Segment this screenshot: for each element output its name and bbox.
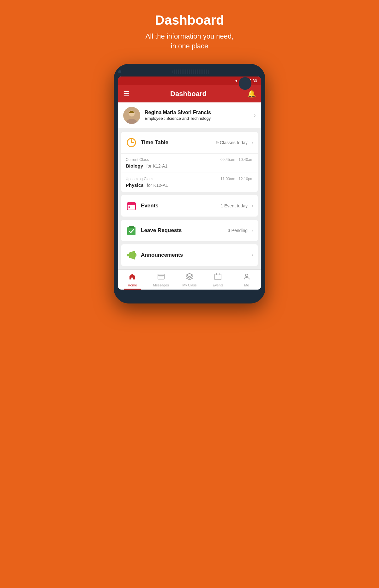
leave-requests-subtitle: 3 Pending (228, 228, 248, 233)
upcoming-class-row[interactable]: Upcoming Class 11:00am - 12.10pm Physics… (121, 173, 258, 192)
events-nav-icon (214, 273, 222, 282)
nav-item-messages[interactable]: Messages (147, 270, 175, 290)
nav-item-events[interactable]: Events (204, 270, 232, 290)
bottom-nav: Home Messages (118, 269, 261, 290)
content-area: Time Table 9 Classes today › Current Cla… (118, 129, 261, 269)
current-class-subject: Biology (126, 163, 143, 168)
svg-rect-19 (215, 274, 221, 280)
me-icon (243, 273, 250, 282)
app-title: Dashboard (170, 90, 207, 98)
nav-item-home[interactable]: Home (118, 270, 147, 290)
events-header[interactable]: Events 1 Event today › (121, 195, 258, 217)
timetable-header[interactable]: Time Table 9 Classes today › (121, 132, 258, 153)
profile-card[interactable]: Regina Maria Sivori Francis Employee : S… (118, 102, 261, 129)
announcements-chevron-icon: › (251, 252, 253, 258)
announcements-icon (126, 249, 137, 261)
svg-marker-14 (129, 251, 135, 260)
current-class-group: for K12-A1 (146, 163, 167, 168)
events-card[interactable]: Events 1 Event today › (121, 195, 258, 217)
page-background-header: Dashboard All the information you need, … (146, 13, 234, 51)
phone-screen: ▾ ◀ ▮ 12:30 ☰ Dashboard 🔔 (118, 77, 261, 290)
messages-icon (157, 273, 165, 282)
svg-rect-11 (129, 206, 130, 208)
nav-label-events: Events (213, 283, 224, 287)
home-icon (129, 273, 136, 282)
leave-requests-header[interactable]: Leave Requests 3 Pending › (121, 220, 258, 241)
bell-icon[interactable]: 🔔 (247, 90, 256, 98)
speaker-grille (172, 70, 210, 74)
announcements-header[interactable]: Announcements › (121, 244, 258, 266)
nav-label-me: Me (244, 283, 249, 287)
timetable-title: Time Table (141, 139, 212, 146)
svg-rect-9 (129, 202, 130, 204)
clock-icon (126, 137, 137, 148)
svg-rect-12 (127, 227, 135, 235)
camera-dot-left (118, 70, 121, 73)
announcements-title: Announcements (141, 252, 248, 258)
announcements-card[interactable]: Announcements › (121, 244, 258, 266)
upcoming-class-subject: Physics (126, 182, 144, 188)
leave-icon (126, 225, 137, 236)
events-title: Events (141, 203, 217, 209)
nav-item-me[interactable]: Me (232, 270, 261, 290)
calendar-icon (126, 200, 137, 211)
profile-role: Employee : Science and Technology (145, 116, 249, 121)
wifi-icon: ▾ (235, 78, 238, 83)
current-class-label: Current Class (126, 157, 149, 162)
svg-rect-13 (127, 254, 129, 256)
profile-chevron-icon: › (254, 112, 256, 119)
timetable-chevron-icon: › (251, 139, 253, 146)
timetable-subtitle: 9 Classes today (216, 140, 248, 145)
upcoming-class-subject-line: Physics for K12-A1 (126, 182, 253, 188)
nav-label-myclass: My Class (182, 283, 196, 287)
events-chevron-icon: › (251, 202, 253, 209)
leave-requests-card[interactable]: Leave Requests 3 Pending › (121, 220, 258, 241)
current-class-time: 09:45am - 10.40am (220, 157, 253, 162)
phone-frame: ▾ ◀ ▮ 12:30 ☰ Dashboard 🔔 (114, 64, 265, 303)
upcoming-class-group: for K12-A1 (147, 183, 168, 188)
timetable-card[interactable]: Time Table 9 Classes today › Current Cla… (121, 132, 258, 192)
app-header: ☰ Dashboard 🔔 (118, 85, 261, 102)
nav-item-myclass[interactable]: My Class (175, 270, 204, 290)
svg-rect-8 (127, 203, 135, 205)
svg-rect-10 (132, 202, 133, 204)
svg-rect-15 (158, 274, 164, 279)
profile-name: Regina Maria Sivori Francis (145, 110, 249, 115)
menu-icon[interactable]: ☰ (123, 90, 129, 98)
leave-requests-chevron-icon: › (251, 227, 253, 234)
nav-label-home: Home (128, 283, 137, 287)
camera-dot-right (239, 77, 251, 90)
current-class-subject-line: Biology for K12-A1 (126, 163, 253, 169)
current-class-row[interactable]: Current Class 09:45am - 10.40am Biology … (121, 153, 258, 173)
bg-subtitle: All the information you need, in one pla… (146, 32, 234, 51)
upcoming-class-time: 11:00am - 12.10pm (220, 177, 253, 181)
myclass-icon (186, 273, 193, 282)
nav-label-messages: Messages (153, 283, 169, 287)
events-subtitle: 1 Event today (220, 203, 248, 208)
upcoming-class-label: Upcoming Class (126, 177, 153, 181)
leave-requests-title: Leave Requests (141, 227, 224, 234)
bg-title: Dashboard (146, 13, 234, 28)
phone-bottom (118, 290, 261, 296)
svg-point-23 (245, 274, 248, 277)
profile-info: Regina Maria Sivori Francis Employee : S… (145, 110, 249, 121)
avatar (123, 107, 140, 124)
